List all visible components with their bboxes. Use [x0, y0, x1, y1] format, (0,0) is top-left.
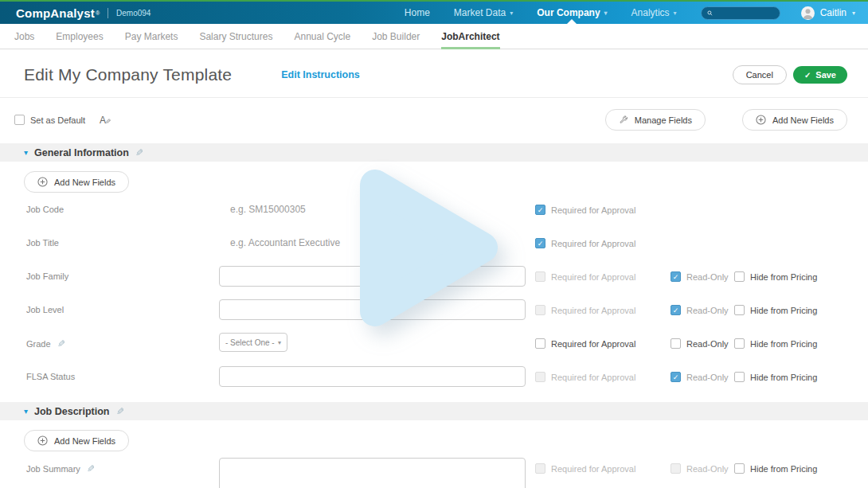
flsa-status-input[interactable]	[219, 366, 526, 387]
user-menu[interactable]: Caitlin ▾	[801, 6, 855, 20]
rename-icon[interactable]: A✎	[100, 115, 111, 126]
topnav-item-our-company[interactable]: Our Company▾	[537, 2, 607, 24]
hide-from-pricing-checkbox[interactable]: Hide from Pricing	[734, 271, 854, 282]
field-checkboxes: Required for ApprovalRead-OnlyHide from …	[535, 333, 854, 349]
checkbox-label: Read-Only	[686, 306, 729, 315]
manage-fields-button[interactable]: Manage Fields	[605, 109, 706, 131]
topnav-item-analytics[interactable]: Analytics▾	[631, 2, 677, 24]
checkbox-icon: ✓	[535, 238, 545, 248]
job-title-placeholder-text: e.g. Accountant Executive	[219, 232, 526, 248]
field-checkboxes: ✓Required for Approval	[535, 232, 854, 248]
read-only-checkbox[interactable]: ✓Read-Only	[671, 305, 734, 315]
save-button[interactable]: ✓ Save	[793, 66, 847, 84]
brand[interactable]: CompAnalyst® Demo094	[16, 6, 151, 20]
cancel-button[interactable]: Cancel	[733, 65, 787, 84]
topnav-item-label: Market Data	[454, 7, 506, 18]
checkbox-label: Read-Only	[686, 339, 729, 349]
field-label: FLSA Status	[26, 366, 219, 381]
add-new-fields-button-job-description[interactable]: Add New Fields	[24, 430, 129, 451]
topnav-item-label: Home	[405, 7, 430, 18]
checkbox-label: Required for Approval	[551, 239, 635, 248]
checkbox-icon	[734, 305, 745, 315]
required-for-approval-checkbox[interactable]: ✓Required for Approval	[535, 205, 671, 215]
hide-from-pricing-checkbox[interactable]: Hide from Pricing	[734, 338, 854, 349]
job-level-input[interactable]	[219, 299, 526, 320]
secondary-nav: JobsEmployeesPay MarketsSalary Structure…	[0, 24, 868, 49]
job-summary-textarea[interactable]	[219, 458, 526, 488]
checkbox-icon	[535, 305, 545, 315]
add-new-fields-label: Add New Fields	[54, 178, 115, 187]
field-row-flsa-status: FLSA StatusRequired for Approval✓Read-On…	[0, 366, 868, 399]
field-control: e.g. Accountant Executive	[219, 232, 526, 248]
field-row-grade: Grade✎- Select One -▾Required for Approv…	[0, 333, 868, 365]
section-header-general-information[interactable]: ▾General Information✎	[0, 143, 868, 162]
save-button-label: Save	[815, 70, 836, 80]
section-title: Job Description	[34, 406, 109, 417]
job-family-input[interactable]	[219, 266, 526, 287]
required-for-approval-checkbox: Required for Approval	[535, 305, 671, 315]
read-only-checkbox[interactable]: ✓Read-Only	[671, 372, 734, 382]
search-input[interactable]	[717, 8, 774, 18]
collapse-triangle-icon[interactable]: ▾	[24, 148, 28, 157]
tab-jobs[interactable]: Jobs	[14, 24, 34, 49]
checkbox-label: Hide from Pricing	[750, 306, 817, 315]
collapse-triangle-icon[interactable]: ▾	[24, 407, 28, 416]
edit-pencil-icon[interactable]: ✎	[116, 406, 124, 417]
checkbox-icon	[535, 463, 545, 474]
checkbox-icon	[535, 271, 545, 282]
field-row-job-family: Job FamilyRequired for Approval✓Read-Onl…	[0, 266, 868, 299]
checkbox-label: Hide from Pricing	[750, 373, 817, 382]
chevron-down-icon: ▾	[674, 9, 677, 17]
add-new-fields-button[interactable]: Add New Fields	[742, 109, 847, 131]
tab-employees[interactable]: Employees	[56, 24, 103, 49]
tab-label: Annual Cycle	[294, 31, 350, 42]
checkbox-icon: ✓	[535, 205, 545, 215]
edit-pencil-icon[interactable]: ✎	[57, 338, 65, 349]
tab-salary-structures[interactable]: Salary Structures	[199, 24, 272, 49]
checkbox-label: Read-Only	[686, 464, 729, 474]
header-buttons: Cancel ✓ Save	[733, 65, 847, 84]
add-new-fields-label: Add New Fields	[772, 115, 834, 125]
checkbox-label: Required for Approval	[551, 373, 635, 382]
search-box[interactable]	[701, 6, 780, 20]
job-code-placeholder-text: e.g. SM15000305	[219, 199, 526, 215]
tab-label: Job Builder	[372, 31, 420, 42]
field-label: Job Summary✎	[26, 458, 219, 474]
hide-from-pricing-checkbox[interactable]: Hide from Pricing	[734, 372, 854, 382]
set-as-default-checkbox[interactable]: Set as Default	[14, 115, 85, 125]
field-control	[219, 266, 526, 287]
edit-pencil-icon[interactable]: ✎	[135, 147, 143, 158]
field-label: Job Title	[26, 232, 219, 248]
manage-fields-label: Manage Fields	[635, 115, 692, 125]
read-only-checkbox[interactable]: ✓Read-Only	[671, 271, 734, 282]
chevron-down-icon: ▾	[278, 339, 281, 346]
topnav-item-label: Our Company	[537, 7, 600, 18]
wrench-icon	[619, 115, 628, 125]
field-control	[219, 366, 526, 387]
field-label: Grade✎	[26, 333, 219, 349]
tab-pay-markets[interactable]: Pay Markets	[125, 24, 178, 49]
section-header-job-description[interactable]: ▾Job Description✎	[0, 402, 868, 420]
checkbox-icon	[535, 338, 545, 349]
add-new-fields-button-general-information[interactable]: Add New Fields	[24, 171, 129, 193]
hide-from-pricing-checkbox[interactable]: Hide from Pricing	[734, 463, 854, 474]
checkbox-label: Required for Approval	[551, 464, 635, 474]
tab-annual-cycle[interactable]: Annual Cycle	[294, 24, 350, 49]
tab-jobarchitect[interactable]: JobArchitect	[441, 24, 499, 49]
edit-pencil-icon[interactable]: ✎	[87, 463, 95, 474]
field-checkboxes: Required for Approval✓Read-OnlyHide from…	[535, 366, 854, 382]
topnav-item-market-data[interactable]: Market Data▾	[454, 2, 513, 24]
read-only-checkbox[interactable]: Read-Only	[671, 338, 734, 349]
pencil-glyph: ✎	[105, 118, 111, 126]
tab-job-builder[interactable]: Job Builder	[372, 24, 420, 49]
required-for-approval-checkbox[interactable]: ✓Required for Approval	[535, 238, 671, 248]
field-control	[219, 458, 526, 488]
field-label: Job Code	[26, 199, 219, 214]
page-title: Edit My Company Template	[24, 65, 232, 84]
topnav-item-home[interactable]: Home	[405, 2, 430, 24]
field-control	[219, 299, 526, 320]
required-for-approval-checkbox[interactable]: Required for Approval	[535, 338, 671, 349]
grade-select[interactable]: - Select One -▾	[219, 333, 287, 352]
edit-instructions-link[interactable]: Edit Instructions	[281, 69, 360, 80]
hide-from-pricing-checkbox[interactable]: Hide from Pricing	[734, 305, 854, 315]
